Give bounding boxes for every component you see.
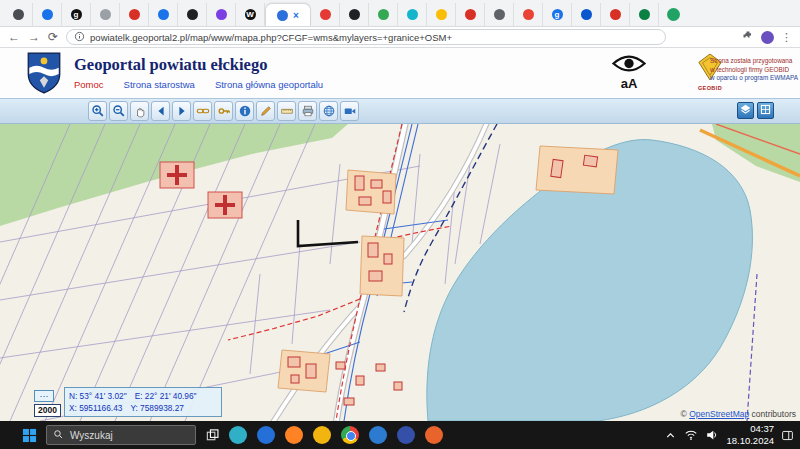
next-view-icon — [175, 104, 189, 118]
taskbar-app-store[interactable] — [369, 426, 387, 444]
camera-icon — [343, 104, 357, 118]
browser-tab[interactable] — [398, 3, 427, 26]
browser-tab[interactable] — [427, 3, 456, 26]
browser-tab[interactable] — [572, 3, 601, 26]
addressbar-actions: ⋮ — [742, 28, 792, 46]
draw-tool[interactable] — [256, 101, 275, 121]
accessibility-toggle[interactable]: aA — [608, 54, 650, 91]
osm-link[interactable]: OpenStreetMap — [689, 409, 749, 419]
key-tool[interactable] — [214, 101, 233, 121]
tab-favicon — [436, 9, 447, 20]
browser-tab[interactable]: W — [236, 3, 265, 26]
zoom-in-tool[interactable] — [88, 101, 107, 121]
taskbar-app-app-yellow[interactable] — [313, 426, 331, 444]
url-omnibox[interactable]: powiatelk.geoportal2.pl/map/www/mapa.php… — [66, 29, 666, 45]
system-tray: 04:37 18.10.2024 — [664, 423, 800, 447]
pan-hand-tool[interactable] — [130, 101, 149, 121]
geobid-logo-text: GEOBID — [694, 85, 726, 91]
browser-tab[interactable] — [311, 3, 340, 26]
tab-favicon — [13, 9, 24, 20]
link-strona-starostwa[interactable]: Strona starostwa — [124, 79, 195, 90]
browser-tab[interactable] — [340, 3, 369, 26]
browser-tab[interactable] — [33, 3, 62, 26]
start-button[interactable] — [22, 428, 37, 443]
link-pomoc[interactable]: Pomoc — [74, 79, 104, 90]
draw-icon — [259, 104, 273, 118]
coord-e: E: 22° 21' 40.96" — [135, 391, 197, 401]
browser-tab[interactable] — [178, 3, 207, 26]
search-icon — [53, 426, 64, 444]
next-view-tool[interactable] — [172, 101, 191, 121]
globe-tool[interactable] — [319, 101, 338, 121]
zoom-out-tool[interactable] — [109, 101, 128, 121]
layers-button[interactable] — [737, 102, 754, 119]
taskbar-app-app-navy[interactable] — [397, 426, 415, 444]
link-strona-glowna[interactable]: Strona główna geoportalu — [215, 79, 323, 90]
browser-tab[interactable] — [485, 3, 514, 26]
tab-favicon — [100, 9, 111, 20]
geobid-note: Strona została przygotowana w technologi… — [710, 57, 798, 83]
browser-tab[interactable] — [149, 3, 178, 26]
browser-tab[interactable]: g — [62, 3, 91, 26]
clock-time: 04:37 — [726, 423, 774, 435]
browser-tab[interactable] — [630, 3, 659, 26]
browser-tab-active[interactable]: × — [265, 3, 311, 26]
forward-icon[interactable]: → — [28, 31, 40, 43]
coords-menu-button[interactable]: ··· — [34, 390, 54, 402]
page-info-icon[interactable] — [74, 28, 85, 46]
info-tool[interactable] — [235, 101, 254, 121]
taskbar-search-input[interactable]: Wyszukaj — [46, 425, 196, 445]
layers-icon — [739, 103, 752, 119]
print-tool[interactable] — [298, 101, 317, 121]
browser-tab[interactable] — [369, 3, 398, 26]
attribution-suffix: contributors — [752, 409, 796, 419]
basemap-button[interactable] — [757, 102, 774, 119]
tab-favicon: g — [71, 9, 82, 20]
taskbar-app-edge[interactable] — [229, 426, 247, 444]
network-wifi-icon[interactable] — [684, 428, 698, 442]
tab-favicon — [216, 9, 227, 20]
reload-icon[interactable]: ⟳ — [48, 31, 58, 43]
taskbar-apps — [229, 426, 443, 444]
taskbar-app-chrome[interactable] — [341, 426, 359, 444]
profile-avatar[interactable] — [761, 31, 774, 44]
browser-tab[interactable] — [207, 3, 236, 26]
browser-tab[interactable] — [120, 3, 149, 26]
tab-close-icon[interactable]: × — [293, 10, 299, 21]
scale-value[interactable]: 2000 — [34, 404, 61, 417]
map-corner-buttons — [737, 102, 774, 119]
font-size-label: aA — [608, 76, 650, 91]
link-tool[interactable] — [193, 101, 212, 121]
taskbar-app-app-orange[interactable] — [425, 426, 443, 444]
browser-tab[interactable] — [4, 3, 33, 26]
browser-menu-icon[interactable]: ⋮ — [781, 32, 792, 43]
basemap-grid-icon — [759, 103, 772, 119]
browser-tab[interactable] — [91, 3, 120, 26]
taskbar-clock[interactable]: 04:37 18.10.2024 — [726, 423, 774, 447]
coordinates-readout: N: 53° 41' 3.02"E: 22° 21' 40.96" X: 595… — [64, 387, 222, 417]
browser-tab[interactable] — [514, 3, 543, 26]
tray-chevron-up-icon[interactable] — [664, 429, 677, 442]
coord-x: X: 5951166.43 — [69, 403, 122, 413]
tab-favicon: W — [245, 9, 256, 20]
map-viewport[interactable]: ··· 2000 N: 53° 41' 3.02"E: 22° 21' 40.9… — [0, 124, 800, 421]
previous-view-tool[interactable] — [151, 101, 170, 121]
tab-favicon — [349, 9, 360, 20]
measure-ruler-tool[interactable] — [277, 101, 296, 121]
back-icon[interactable]: ← — [8, 31, 20, 43]
camera-tool[interactable] — [340, 101, 359, 121]
task-view-button[interactable] — [205, 428, 220, 443]
browser-tab[interactable] — [601, 3, 630, 26]
taskbar-app-app-blue[interactable] — [257, 426, 275, 444]
taskbar-app-firefox[interactable] — [285, 426, 303, 444]
globe-icon — [322, 104, 336, 118]
volume-icon[interactable] — [705, 428, 719, 442]
extension-circle-icon[interactable] — [667, 8, 680, 21]
browser-tab[interactable]: g — [543, 3, 572, 26]
search-placeholder: Wyszukaj — [70, 430, 113, 441]
notification-center-icon[interactable] — [781, 429, 794, 442]
link-icon — [196, 104, 210, 118]
browser-tab[interactable] — [456, 3, 485, 26]
header-links: Pomoc Strona starostwa Strona główna geo… — [74, 79, 323, 90]
extensions-puzzle-icon[interactable] — [742, 28, 754, 46]
